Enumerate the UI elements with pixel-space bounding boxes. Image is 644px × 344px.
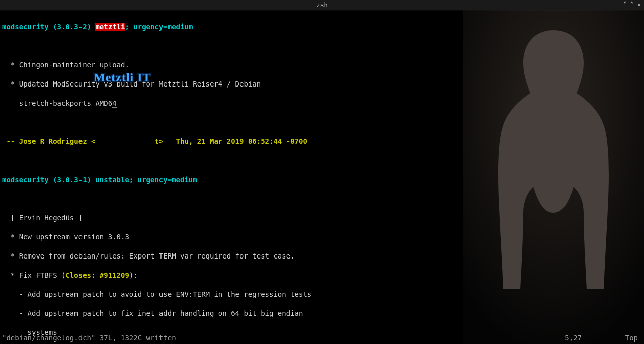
changelog-bullet: * Chingon-maintainer upload. [2,60,642,70]
terminal-viewport[interactable]: modsecurity (3.0.3-2) metztli; urgency=m… [0,11,644,344]
changelog-bullet: * Fix FTBFS (Closes: #911209): [2,271,642,280]
changelog-subbullet: - Add upstream patch to fix inet addr ha… [2,309,642,318]
vim-percent: Top [625,334,638,342]
vim-position: 5,27 [565,334,582,342]
changelog-bullet: stretch-backports AMD64 [2,99,642,108]
changelog-bullet: * Remove from debian/rules: Export TERM … [2,251,642,261]
changelog-bullet: * Updated ModSecurity v3 build for Metzt… [2,79,642,89]
changelog-signature: -- Jose R Rodriguez <t> Thu, 21 Mar 2019… [2,137,642,146]
changelog-entry-header: modsecurity (3.0.3-2) metztli; urgency=m… [2,22,642,32]
changelog-entry-header: modsecurity (3.0.3-1) unstable; urgency=… [2,175,642,185]
changelog-subbullet: - Add upstream patch to avoid to use ENV… [2,290,642,299]
cursor: 4 [112,99,116,107]
close-icon[interactable]: ✕ [637,1,641,8]
window-title: zsh [316,2,328,9]
minimize-icon[interactable]: ˅ [623,1,626,8]
vim-statusline: "debian/changelog.dch" 37L, 1322C writte… [2,334,642,342]
changelog-section: [ Ervin Hegedüs ] [2,213,642,223]
changelog-bullet: * New upstream version 3.0.3 [2,232,642,242]
window-titlebar: zsh ˅ ˄ ✕ [0,0,644,11]
vim-message: "debian/changelog.dch" 37L, 1322C writte… [2,334,176,342]
maximize-icon[interactable]: ˄ [630,1,633,8]
